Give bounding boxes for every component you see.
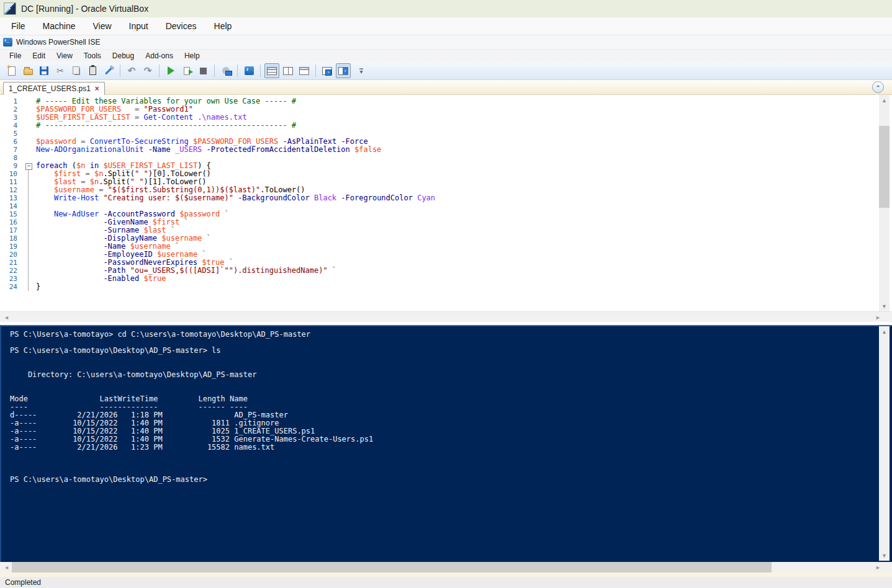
line-number: 6 [0, 138, 22, 146]
scroll-left-icon[interactable]: ◄ [1, 562, 12, 572]
fold-gutter [22, 243, 36, 251]
line-number: 1 [0, 97, 22, 105]
code-text: New-ADOrganizationalUnit -Name _USERS -P… [36, 146, 381, 154]
stop-operation-icon[interactable] [196, 63, 210, 78]
redo-icon[interactable]: ↷ [140, 63, 155, 78]
run-script-icon[interactable] [163, 63, 178, 78]
console-pane[interactable]: PS C:\Users\a-tomotayo> cd C:\users\a-to… [0, 325, 892, 562]
menu-help[interactable]: Help [179, 50, 205, 61]
fold-gutter [22, 138, 36, 146]
chevron-up-icon: ⌃ [875, 86, 880, 91]
menu-file[interactable]: File [4, 50, 27, 61]
scroll-down-icon[interactable]: ▼ [879, 301, 890, 311]
code-text: Write-Host "Creating user: $($username)"… [36, 194, 435, 202]
line-number: 5 [0, 130, 22, 138]
editor-horizontal-scrollbar[interactable]: ◄ ► [0, 311, 892, 322]
menu-view[interactable]: View [51, 50, 78, 61]
scroll-down-icon[interactable]: ▼ [879, 550, 890, 561]
menu-help[interactable]: Help [205, 19, 241, 33]
show-script-pane-toggle-icon[interactable] [336, 63, 351, 78]
code-text: # --------------------------------------… [36, 122, 296, 130]
cut-icon[interactable]: ✂ [53, 63, 68, 78]
line-number: 24 [0, 283, 22, 291]
ise-titlebar: Windows PowerShell ISE [0, 35, 892, 50]
line-number: 8 [0, 154, 22, 162]
tab-1-create-users[interactable]: 1_CREATE_USERS.ps1 × [3, 82, 105, 95]
editor-vertical-scrollbar[interactable]: ▲ ▼ [879, 95, 890, 311]
toolbar-separator [120, 65, 120, 77]
line-number: 2 [0, 105, 22, 114]
console-line [10, 460, 373, 468]
new-remote-powershell-tab-icon[interactable] [218, 63, 233, 78]
fold-gutter [22, 267, 36, 275]
new-powershell-tab-icon[interactable] [320, 63, 335, 78]
save-icon[interactable] [37, 63, 52, 78]
menu-view[interactable]: View [84, 19, 120, 33]
undo-icon[interactable]: ↶ [124, 63, 139, 78]
menu-debug[interactable]: Debug [107, 50, 140, 61]
start-powershell-exe-icon[interactable] [241, 63, 256, 78]
open-script-icon[interactable] [20, 63, 35, 78]
code-line: 13 Write-Host "Creating user: $($usernam… [0, 194, 435, 202]
console-vertical-scrollbar[interactable]: ▲ ▼ [879, 326, 890, 561]
menu-machine[interactable]: Machine [34, 19, 84, 33]
toolbar-separator [159, 65, 160, 77]
toolbar-overflow-icon[interactable]: ▾ [354, 63, 369, 78]
script-tab-bar: 1_CREATE_USERS.ps1 × ⌃ [0, 80, 892, 95]
console-line [10, 452, 373, 460]
menu-file[interactable]: File [2, 19, 34, 33]
line-number: 7 [0, 146, 22, 154]
show-script-pane-top-icon[interactable] [264, 63, 279, 78]
menu-edit[interactable]: Edit [27, 50, 51, 61]
scroll-right-icon[interactable]: ► [873, 562, 883, 572]
vbox-window-title: DC [Running] - Oracle VirtualBox [21, 4, 148, 14]
menu-input[interactable]: Input [120, 19, 157, 33]
menu-tools[interactable]: Tools [78, 50, 107, 61]
window-edge-strip [0, 572, 892, 577]
new-script-icon[interactable] [4, 63, 19, 78]
show-script-pane-maximized-icon[interactable] [297, 63, 312, 78]
fold-gutter [22, 202, 36, 210]
console-output: PS C:\Users\a-tomotayo> cd C:\users\a-to… [10, 331, 373, 484]
console-line: Directory: C:\users\a-tomotayo\Desktop\A… [10, 371, 373, 379]
paste-icon[interactable] [85, 63, 100, 78]
fold-gutter [22, 194, 36, 202]
collapse-script-pane-button[interactable]: ⌃ [872, 81, 884, 93]
ise-window-title: Windows PowerShell ISE [16, 38, 100, 47]
fold-gutter [22, 275, 36, 283]
scroll-up-icon[interactable]: ▲ [879, 326, 890, 337]
menu-devices[interactable]: Devices [157, 19, 205, 33]
script-editor-pane[interactable]: 1# ----- Edit these Variables for your o… [0, 95, 892, 311]
line-number: 21 [0, 259, 22, 267]
scroll-right-icon[interactable]: ► [873, 312, 883, 323]
console-hscroll-thumb[interactable] [12, 562, 772, 572]
fold-gutter [22, 186, 36, 194]
code-line: 4# -------------------------------------… [0, 122, 435, 130]
fold-gutter [22, 130, 36, 138]
line-number: 3 [0, 114, 22, 122]
console-horizontal-scrollbar[interactable]: ◄ ► [0, 562, 892, 572]
scroll-left-icon[interactable]: ◄ [1, 312, 12, 323]
line-number: 10 [0, 170, 22, 178]
scroll-up-icon[interactable]: ▲ [879, 95, 890, 105]
line-number: 4 [0, 122, 22, 130]
console-line: PS C:\users\a-tomotayo\Desktop\AD_PS-mas… [10, 347, 373, 355]
toolbar-separator [237, 65, 238, 77]
fold-gutter [22, 251, 36, 259]
console-line: -a---- 2/21/2026 1:23 PM 15582 names.txt [10, 443, 373, 452]
clear-console-icon[interactable] [101, 63, 116, 78]
console-line: PS C:\users\a-tomotayo\Desktop\AD_PS-mas… [10, 476, 373, 484]
show-script-pane-right-icon[interactable] [281, 63, 295, 78]
tab-close-icon[interactable]: × [95, 84, 99, 93]
ise-menubar: FileEditViewToolsDebugAdd-onsHelp [0, 50, 892, 62]
run-selection-icon[interactable] [179, 63, 194, 78]
fold-gutter [22, 154, 36, 162]
copy-icon[interactable] [69, 63, 84, 78]
fold-gutter [22, 218, 36, 226]
toolbar-separator [260, 65, 261, 77]
editor-vscroll-thumb[interactable] [879, 126, 890, 208]
fold-gutter [22, 178, 36, 186]
menu-add-ons[interactable]: Add-ons [140, 50, 179, 61]
fold-gutter [22, 105, 36, 114]
fold-collapse-icon[interactable] [22, 162, 36, 170]
